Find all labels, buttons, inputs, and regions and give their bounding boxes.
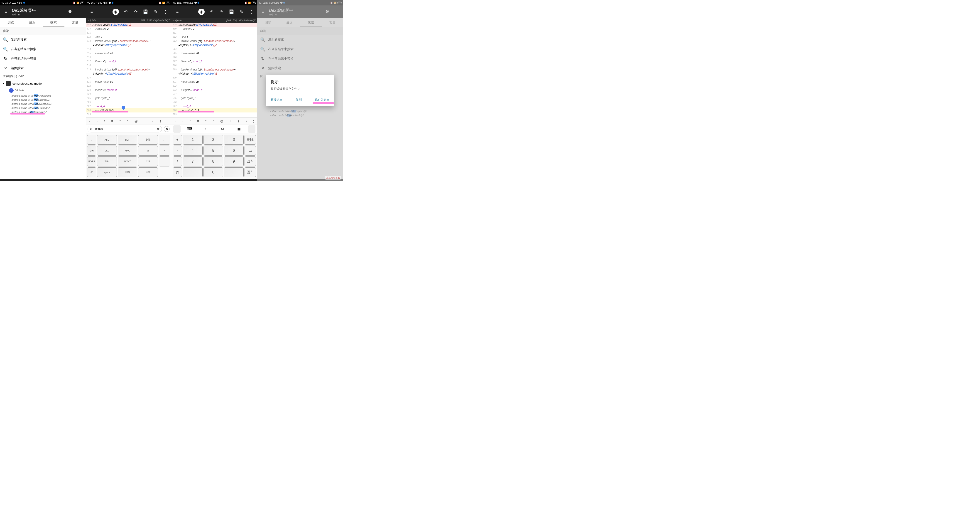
keyboard-key[interactable]: 删除 [138,135,158,145]
symbol-key[interactable]: = [196,119,200,123]
save-icon[interactable]: 💾 [227,8,235,16]
menu-icon[interactable]: ≡ [88,8,96,16]
edit-icon[interactable]: ✎ [237,8,245,16]
search-result-method[interactable]: .method public isTrialVipExpired()Z [0,106,86,110]
keyboard-key[interactable]: PQRS [87,157,96,167]
symbol-key[interactable]: " [118,119,122,123]
keyboard-key[interactable]: 符 [87,167,96,177]
keyboard-key[interactable]: 1 [183,135,202,145]
kbd-avatar[interactable] [248,125,255,133]
keyboard-key[interactable]: @ [173,167,182,177]
symbol-key[interactable]: ; [166,119,170,123]
keyboard-key[interactable]: 7 [183,157,202,167]
symbol-key[interactable]: ; [252,119,255,123]
keyboard-key[interactable]: 5 [204,146,223,155]
search-result-method[interactable]: .method public isTrialVipAvailable()Z [0,102,86,106]
keyboard-switch-icon[interactable]: ⌨ [182,127,197,132]
keyboard-key[interactable]: JKL [97,146,117,155]
keyboard-key[interactable]: 中/英 [118,167,137,177]
keyboard-key[interactable]: - [173,146,182,155]
code-editor[interactable]: 509.method public isVipAvailable()Z510 .… [86,23,172,117]
save-icon[interactable]: 💾 [142,8,150,16]
keyboard-key[interactable]: WXYZ [118,157,137,167]
symbol-key[interactable]: @ [133,119,139,123]
close-keyboard-icon[interactable]: ⊠ [232,127,247,132]
fn-replace-in-results[interactable]: ↻在当前结果中替换 [0,54,86,63]
keyboard-key[interactable]: + [173,135,182,145]
tab-search[interactable]: 搜索 [43,18,64,27]
symbol-key[interactable]: › [95,119,99,123]
keyboard-key[interactable]: . [224,167,243,177]
redo-icon[interactable]: ↷ [217,8,226,16]
symbol-key[interactable]: › [181,119,185,123]
keyboard-key[interactable]: 回车 [245,167,256,177]
input-pill[interactable]: 00×0=0⟳ [88,125,162,132]
keyboard-key[interactable] [183,167,202,177]
keyboard-key[interactable]: DEF [118,135,137,145]
keyboard-key[interactable]: space [97,167,117,177]
dialog-cancel-button[interactable]: 取消 [296,98,302,102]
keyboard-key[interactable]: 回车 [245,157,256,167]
edit-icon[interactable]: ✎ [151,8,160,16]
keyboard-key[interactable]: 4 [183,146,202,155]
undo-icon[interactable]: ↶ [207,8,215,16]
cursor-move-icon[interactable]: ↔ [199,127,214,131]
symbol-key[interactable]: / [103,119,106,123]
keyboard-key[interactable]: 8 [204,157,223,167]
result-class[interactable]: CVipInfo [0,87,86,94]
keyboard-key[interactable]: 123 [138,157,158,167]
keyboard-key[interactable]: 3 [224,135,243,145]
keyboard-key[interactable]: 6 [224,146,243,155]
fn-clear-search[interactable]: ✕清除搜索 [0,63,86,73]
symbol-key[interactable]: = [110,119,115,123]
menu-icon[interactable]: ≡ [173,8,181,16]
keyboard-key[interactable]: MNO [118,146,137,155]
undo-icon[interactable]: ↶ [122,8,130,16]
keyboard-key[interactable]: 2 [204,135,223,145]
dialog-save-exit-button[interactable]: 保存并退出 [315,98,329,102]
kbd-avatar[interactable] [173,125,181,133]
fn-new-search[interactable]: 🔍发起新搜索 [0,35,86,44]
keyboard-key[interactable]: 9 [224,157,243,167]
symbol-key[interactable]: ) [159,119,162,123]
build-icon[interactable]: ⚒ [66,8,74,16]
symbol-key[interactable]: ‹ [173,119,177,123]
dialog-exit-button[interactable]: 直接退出 [270,98,282,102]
symbol-key[interactable]: ( [151,119,155,123]
keyboard-key[interactable]: ， [87,135,96,145]
explore-icon[interactable]: ◉ [111,8,120,16]
symbol-key[interactable]: ( [237,119,241,123]
keyboard-key[interactable]: 删除 [245,135,256,145]
keyboard-key[interactable]: ⌴ [245,146,256,155]
keyboard-key[interactable]: / [173,157,182,167]
keyboard-key[interactable]: ... [159,157,170,167]
tab-const[interactable]: 常量 [64,18,86,27]
symbol-key[interactable]: ) [244,119,248,123]
dialog-scrim[interactable]: 提示 是否编译并保存文件？ 直接退出 取消 保存并退出 [257,0,343,181]
search-result-method[interactable]: .method public isVipAvailable()Z [0,110,86,114]
overflow-icon[interactable]: ⋮ [162,8,170,16]
keyboard-key[interactable]: ab [138,146,158,155]
tab-recent[interactable]: 最近 [22,18,43,27]
code-editor[interactable]: 509.method public isVipAvailable()Z510 .… [172,23,257,117]
keyboard-key[interactable]: GHI [87,146,96,155]
search-result-method[interactable]: .method public isPayVipAvailable()Z [0,94,86,98]
symbol-key[interactable]: " [204,119,208,123]
keyboard-key[interactable]: ABC [97,135,117,145]
keyboard-key[interactable]: 0 [204,167,223,177]
search-result-method[interactable]: .method public isPayVipExpired()Z [0,98,86,102]
overflow-icon[interactable]: ⋮ [76,8,84,16]
tab-browse[interactable]: 浏览 [0,18,22,27]
explore-icon[interactable]: ◉ [197,8,205,16]
symbol-key[interactable]: + [228,119,233,123]
keyboard-key[interactable]: TUV [97,157,117,167]
symbol-key[interactable]: : [126,119,129,123]
result-package[interactable]: ▾com.netease.uu.model [0,79,86,87]
keyboard-key[interactable]: 回车 [138,167,158,177]
symbol-key[interactable]: : [212,119,215,123]
clear-input-icon[interactable]: ✕ [164,126,170,132]
fn-search-in-results[interactable]: 🔍在当前结果中搜索 [0,44,86,54]
overflow-icon[interactable]: ⋮ [247,8,255,16]
emoji-icon[interactable]: ☺ [215,127,230,131]
menu-icon[interactable]: ≡ [2,8,10,16]
